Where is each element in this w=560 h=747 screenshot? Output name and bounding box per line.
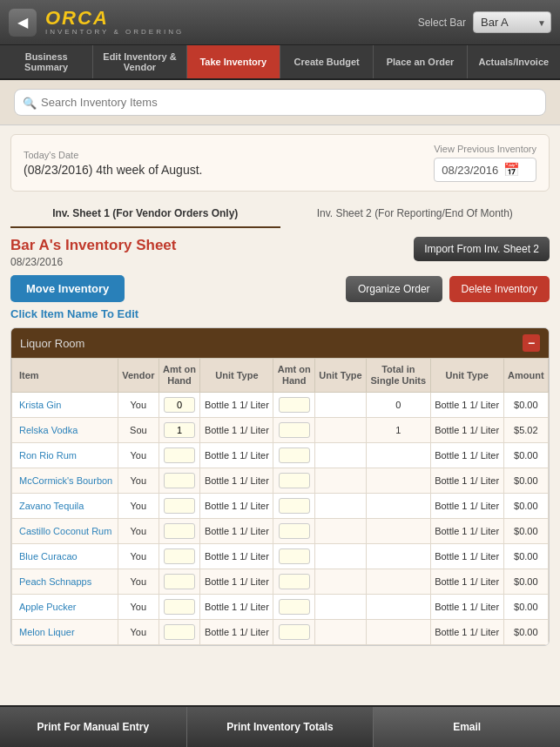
amt2-input[interactable]: [279, 624, 310, 640]
amt2-input[interactable]: [279, 422, 310, 438]
amt1-cell[interactable]: [159, 443, 200, 468]
amt1-cell[interactable]: [159, 595, 200, 620]
amt1-input[interactable]: [164, 397, 195, 413]
item-name-cell[interactable]: Blue Curacao: [12, 544, 118, 569]
amt2-cell[interactable]: [273, 620, 315, 645]
organize-order-button[interactable]: Organize Order: [346, 276, 442, 302]
item-name-link[interactable]: Ron Rio Rum: [19, 450, 77, 461]
amt2-input[interactable]: [279, 599, 310, 615]
amt1-cell[interactable]: [159, 494, 200, 519]
date-section: Today's Date (08/23/2016) 4th week of Au…: [10, 134, 550, 192]
item-name-cell[interactable]: Apple Pucker: [12, 595, 118, 620]
amt1-cell[interactable]: [159, 569, 200, 595]
table-row: Castillo Coconut Rum You Bottle 1 1/ Lit…: [12, 519, 549, 544]
item-name-link[interactable]: Melon Liquer: [19, 627, 75, 637]
item-name-link[interactable]: Krista Gin: [19, 400, 61, 410]
amt1-input[interactable]: [164, 624, 195, 640]
amt1-input[interactable]: [164, 498, 195, 514]
tab-actuals-invoice[interactable]: Actuals/Invoice: [468, 45, 560, 78]
previous-date-selector[interactable]: 08/23/2016 📅: [434, 158, 536, 182]
item-name-link[interactable]: Zavano Tequila: [19, 501, 84, 511]
amt2-cell[interactable]: [273, 544, 315, 569]
total-cell: [367, 468, 431, 494]
vendor-cell: You: [118, 595, 159, 620]
import-from-sheet2-button[interactable]: Import From Inv. Sheet 2: [414, 237, 550, 261]
bar-select[interactable]: Bar A Bar B Bar C: [473, 11, 551, 33]
amt1-cell[interactable]: [159, 519, 200, 544]
back-button[interactable]: ◀: [9, 9, 37, 37]
amt1-input[interactable]: [164, 448, 195, 463]
calendar-icon: 📅: [503, 162, 520, 178]
table-row: Zavano Tequila You Bottle 1 1/ Liter Bot…: [12, 494, 549, 519]
amt1-input[interactable]: [164, 548, 195, 564]
amt2-cell[interactable]: [273, 393, 315, 418]
sheet-tab-2[interactable]: Inv. Sheet 2 (For Reporting/End Of Month…: [280, 200, 550, 228]
move-inventory-button[interactable]: Move Inventory: [10, 275, 125, 302]
item-name-link[interactable]: McCormick's Bourbon: [19, 475, 112, 486]
item-name-cell[interactable]: Castillo Coconut Rum: [12, 519, 118, 544]
item-name-link[interactable]: Blue Curacao: [19, 551, 78, 562]
tab-create-budget[interactable]: Create Budget: [280, 45, 374, 78]
table-row: Ron Rio Rum You Bottle 1 1/ Liter Bottle…: [12, 443, 549, 468]
amt2-input[interactable]: [279, 548, 310, 564]
col-item: Item: [12, 359, 118, 393]
vendor-cell: You: [118, 620, 159, 645]
amt2-cell[interactable]: [273, 468, 315, 494]
search-input[interactable]: [14, 89, 546, 116]
email-button[interactable]: Email: [374, 707, 560, 747]
select-bar-label: Select Bar: [418, 17, 466, 29]
amt1-cell[interactable]: [159, 544, 200, 569]
print-totals-button[interactable]: Print Inventory Totals: [187, 707, 374, 747]
tab-business-summary[interactable]: Business Summary: [0, 45, 93, 78]
unit3-cell: Bottle 1 1/ Liter: [430, 544, 503, 569]
amount-cell: $0.00: [503, 468, 548, 494]
item-name-cell[interactable]: Ron Rio Rum: [12, 443, 118, 468]
amt1-cell[interactable]: [159, 468, 200, 494]
unit1-cell: Bottle 1 1/ Liter: [200, 443, 273, 468]
item-name-cell[interactable]: Peach Schnapps: [12, 569, 118, 595]
tab-take-inventory[interactable]: Take Inventory: [187, 45, 280, 78]
amount-cell: $0.00: [503, 494, 548, 519]
amt1-input[interactable]: [164, 599, 195, 615]
item-name-link[interactable]: Relska Vodka: [19, 425, 78, 435]
print-manual-button[interactable]: Print For Manual Entry: [0, 707, 187, 747]
bar-select-wrapper[interactable]: Bar A Bar B Bar C: [473, 11, 551, 33]
item-name-link[interactable]: Apple Pucker: [19, 602, 76, 612]
amt2-input[interactable]: [279, 574, 310, 589]
item-name-cell[interactable]: Krista Gin: [12, 393, 118, 418]
amt2-cell[interactable]: [273, 494, 315, 519]
amt1-input[interactable]: [164, 574, 195, 589]
amt2-cell[interactable]: [273, 519, 315, 544]
amt2-input[interactable]: [279, 448, 310, 463]
item-name-link[interactable]: Castillo Coconut Rum: [19, 526, 111, 536]
item-name-cell[interactable]: Melon Liquer: [12, 620, 118, 645]
amt1-cell[interactable]: [159, 393, 200, 418]
amt2-input[interactable]: [279, 498, 310, 514]
amt2-cell[interactable]: [273, 443, 315, 468]
amount-cell: $0.00: [503, 620, 548, 645]
sheet-tab-1[interactable]: Inv. Sheet 1 (For Vendor Orders Only): [10, 200, 280, 228]
amt2-cell[interactable]: [273, 418, 315, 443]
amt2-input[interactable]: [279, 523, 310, 539]
amt2-input[interactable]: [279, 473, 310, 488]
tab-edit-inventory[interactable]: Edit Inventory & Vendor: [93, 45, 186, 78]
col-unit1: Unit Type: [200, 359, 273, 393]
amt1-cell[interactable]: [159, 620, 200, 645]
tab-place-order[interactable]: Place an Order: [374, 45, 467, 78]
amt2-cell[interactable]: [273, 595, 315, 620]
amt1-cell[interactable]: [159, 418, 200, 443]
amt2-input[interactable]: [279, 397, 310, 413]
col-amount: Amount: [503, 359, 548, 393]
item-name-link[interactable]: Peach Schnapps: [19, 576, 91, 587]
amt1-input[interactable]: [164, 473, 195, 488]
col-vendor: Vendor: [118, 359, 159, 393]
delete-inventory-button[interactable]: Delete Inventory: [449, 276, 550, 302]
amt1-input[interactable]: [164, 523, 195, 539]
amt2-cell[interactable]: [273, 569, 315, 595]
unit1-cell: Bottle 1 1/ Liter: [200, 393, 273, 418]
amt1-input[interactable]: [164, 422, 195, 438]
item-name-cell[interactable]: Relska Vodka: [12, 418, 118, 443]
item-name-cell[interactable]: Zavano Tequila: [12, 494, 118, 519]
item-name-cell[interactable]: McCormick's Bourbon: [12, 468, 118, 494]
room-collapse-button[interactable]: −: [523, 334, 540, 352]
